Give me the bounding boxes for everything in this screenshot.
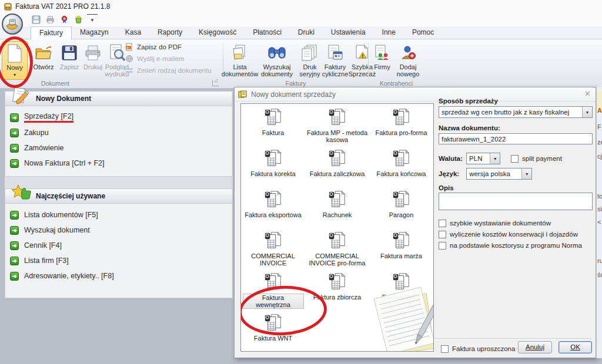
option-row: wyliczenie kosztów konserwacji i dojazdó… — [439, 230, 582, 239]
option-checkbox[interactable] — [439, 220, 446, 227]
sidebar-item[interactable]: ➜ Lista dokumentów [F5] — [10, 207, 232, 223]
open-button[interactable]: Otwórz — [31, 41, 56, 80]
combo-arrow-icon[interactable]: ▼ — [490, 153, 500, 164]
document-type-item[interactable]: Paragon — [369, 186, 433, 227]
ribbon-tab[interactable]: Ustawienia — [323, 26, 374, 39]
cancel-button[interactable]: Anuluj — [518, 341, 552, 353]
new-document-button[interactable]: Nowy ▼ — [2, 41, 28, 80]
ribbon-tab[interactable]: Magazyn — [72, 26, 117, 39]
invoice-document-icon — [327, 272, 347, 293]
ribbon-tab[interactable]: Druki — [290, 26, 323, 39]
text-fragment: < — [597, 218, 601, 225]
companies-button[interactable]: Firmy — [370, 41, 394, 80]
print-preview-icon — [109, 42, 125, 63]
app-orb-icon — [5, 16, 20, 32]
combo-arrow-icon[interactable]: ▼ — [582, 107, 592, 117]
save-to-pdf-item[interactable]: a Zapisz do PDF — [125, 43, 212, 51]
sidebar-group-header: Nowy Dokument — [5, 92, 232, 106]
document-type-item[interactable]: Faktura pro-forma — [369, 104, 433, 145]
document-list-button[interactable]: Lista dokumentów — [224, 41, 256, 80]
sale-method-label: Sposób sprzedaży — [439, 97, 498, 105]
application-menu-button[interactable] — [2, 14, 23, 35]
sidebar-item[interactable]: ➜ Sprzedaży [F2] — [10, 110, 232, 125]
document-type-item[interactable]: Faktura WNT — [241, 309, 305, 350]
language-combobox[interactable]: wersja polska ▼ — [466, 168, 532, 180]
sidebar-item[interactable]: ➜ Adresowanie, etykiety.. [F8] — [10, 268, 232, 284]
dialog-title-bar: Nowy dokument sprzedaży ✕ — [235, 87, 596, 102]
shop-icon[interactable] — [73, 14, 83, 25]
document-type-item[interactable]: Faktura zaliczkowa — [305, 145, 369, 186]
document-type-item[interactable]: Faktura korekta — [241, 145, 305, 186]
sidebar-item-label: Nowa Faktura [Ctrl + F2] — [24, 159, 105, 168]
serial-print-label: Druk seryjny — [298, 63, 322, 77]
document-type-item[interactable]: Faktura końcowa — [369, 145, 433, 186]
dialog-launcher-icon[interactable] — [212, 80, 219, 86]
document-name-input[interactable] — [439, 133, 593, 144]
ribbon-tab[interactable]: Faktury — [31, 26, 72, 39]
dialog-close-icon[interactable]: ✕ — [584, 89, 591, 98]
group-separator — [368, 42, 369, 85]
document-type-item[interactable]: Faktura — [241, 104, 305, 145]
document-type-item[interactable]: Faktura eksportowa — [241, 186, 305, 227]
ribbon-tab[interactable]: Pomoc — [404, 26, 442, 39]
simplified-invoice-checkbox[interactable] — [441, 345, 449, 353]
description-label: Opis — [439, 184, 454, 191]
change-document-type-label: Zmień rodzaj dokumentu — [137, 67, 212, 74]
sidebar-item[interactable]: ➜ Nowa Faktura [Ctrl + F2] — [10, 156, 232, 171]
document-type-item[interactable]: COMMERCIAL INVOICE pro-forma — [305, 227, 369, 268]
document-type-item[interactable]: Faktura marża — [369, 227, 433, 268]
open-button-label: Otwórz — [34, 63, 54, 70]
combo-arrow-icon[interactable]: ▼ — [521, 168, 531, 179]
ok-button[interactable]: OK — [558, 341, 592, 353]
navigation-sidebar: Nowy Dokument ➜ Sprzedaży [F2] ➜ Zakupu — [5, 91, 233, 298]
notepad-pen-graphic — [365, 275, 434, 352]
footer-separator — [434, 338, 592, 339]
note-pencil-icon — [11, 86, 31, 107]
document-type-label: Faktura eksportowa — [245, 211, 302, 218]
split-payment-checkbox[interactable] — [511, 155, 519, 163]
print-icon[interactable] — [45, 14, 55, 25]
document-type-label: Faktura zbiorcza — [313, 294, 361, 301]
option-label: szybkie wystawianie dokumentów — [450, 220, 551, 227]
save-icon[interactable] — [31, 14, 41, 25]
language-label: Język: — [439, 170, 459, 177]
sidebar-item[interactable]: ➜ Wyszukaj dokument — [10, 223, 232, 238]
simplified-invoice-label: Faktura uproszczona — [452, 345, 515, 352]
document-type-item[interactable]: Faktura wewnętrzna — [241, 268, 305, 309]
serial-print-button[interactable]: Druk seryjny — [298, 41, 322, 80]
document-type-item[interactable]: COMMERCIAL INVOICE — [241, 227, 305, 268]
option-checkbox[interactable] — [439, 242, 446, 250]
save-button[interactable]: Zapisz — [56, 41, 82, 80]
invoice-document-icon — [392, 107, 412, 129]
document-type-item[interactable]: Rachunek — [305, 186, 369, 227]
ribbon-tab[interactable]: Inne — [374, 26, 404, 39]
ribbon-tab[interactable]: Płatności — [245, 26, 290, 39]
ribbon-tab[interactable]: Kasa — [117, 26, 149, 39]
ribbon-tab[interactable]: Raporty — [149, 26, 190, 39]
sidebar-item[interactable]: ➜ Lista firm [F3] — [10, 253, 232, 268]
ribbon-tab[interactable]: Księgowość — [190, 26, 245, 39]
sale-method-combobox[interactable]: sprzedaż wg cen brutto jak z kasy fiskal… — [439, 106, 593, 118]
qat-customize-dropdown-icon[interactable]: ▼ — [87, 14, 98, 25]
print-button[interactable]: Drukuj — [80, 41, 106, 80]
simplified-invoice-row: Faktura uproszczona — [441, 344, 515, 353]
send-email-item[interactable]: Wyślij e-mailem — [125, 55, 212, 63]
document-type-item[interactable]: Faktura zbiorcza — [305, 268, 369, 309]
sidebar-item[interactable]: ➜ Cennik [F4] — [10, 238, 232, 253]
add-contractor-button[interactable]: Dodaj nowego — [395, 41, 421, 80]
ribbon-tab-bar: FakturyMagazynKasaRaportyKsięgowośćPłatn… — [0, 26, 602, 39]
green-arrow-icon: ➜ — [10, 144, 19, 153]
description-textarea[interactable] — [439, 193, 593, 210]
sidebar-item[interactable]: ➜ Zakupu — [10, 125, 232, 140]
document-type-item[interactable]: Faktura MP - metoda kasowa — [305, 104, 369, 145]
recurring-invoices-button[interactable]: Faktury cykliczne — [322, 41, 349, 80]
currency-combobox[interactable]: PLN ▼ — [466, 153, 500, 164]
option-row: szybkie wystawianie dokumentów — [439, 218, 582, 228]
option-checkbox[interactable] — [439, 231, 446, 238]
search-documents-button[interactable]: Wyszukaj dokumenty — [256, 41, 297, 80]
change-document-type-item[interactable]: Zmień rodzaj dokumentu — [125, 66, 212, 75]
sidebar-item[interactable]: ➜ Zamówienie — [10, 140, 232, 156]
license-badge-icon[interactable] — [59, 14, 69, 25]
floppy-icon — [62, 42, 77, 63]
text-fragment: cj — [597, 153, 602, 160]
